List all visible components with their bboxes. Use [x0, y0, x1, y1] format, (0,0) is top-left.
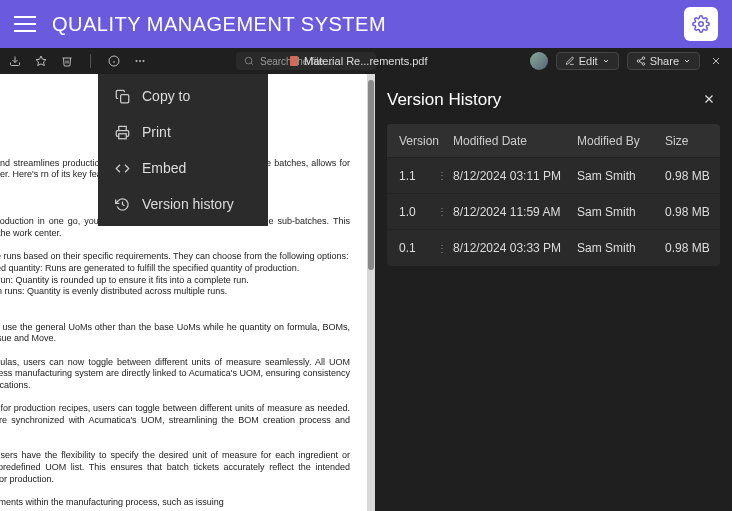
settings-button[interactable]: [684, 7, 718, 41]
menu-version-history[interactable]: Version history: [98, 186, 268, 222]
doc-text: When recording material movements within…: [0, 497, 350, 509]
cell-version: 0.1: [387, 241, 435, 255]
svg-point-9: [245, 57, 252, 64]
doc-text: nula:: [0, 345, 350, 357]
cell-by: Sam Smith: [577, 241, 665, 255]
share-label: Share: [650, 55, 679, 67]
version-history-panel: Version History Version Modified Date Mo…: [375, 74, 732, 511]
doc-text: Create runs to fullfill the required qua…: [0, 263, 350, 275]
version-table: Version Modified Date Modified By Size 1…: [387, 124, 720, 266]
chevron-down-icon: [602, 57, 610, 65]
menu-label: Print: [142, 124, 171, 140]
cell-size: 0.98 MB: [665, 241, 720, 255]
trash-icon[interactable]: [60, 54, 74, 68]
pdf-icon: [290, 56, 298, 66]
cell-size: 0.98 MB: [665, 169, 720, 183]
close-button[interactable]: [708, 53, 724, 69]
col-version: Version: [387, 134, 435, 148]
doc-text: When creating or editing formulas, users…: [0, 357, 350, 392]
row-menu-icon[interactable]: ⋮: [435, 206, 449, 217]
close-icon: [710, 55, 722, 67]
cell-version: 1.1: [387, 169, 435, 183]
star-icon[interactable]: [34, 54, 48, 68]
download-icon[interactable]: [8, 54, 22, 68]
doc-text: of Materials (BOM):: [0, 392, 350, 404]
edit-button[interactable]: Edit: [556, 52, 619, 70]
table-row[interactable]: 0.1 ⋮ 8/12/2024 03:33 PM Sam Smith 0.98 …: [387, 230, 720, 266]
svg-rect-19: [118, 133, 126, 138]
svg-point-7: [139, 60, 141, 62]
info-icon[interactable]: [107, 54, 121, 68]
col-modified-by: Modified By: [577, 134, 665, 148]
menu-label: Embed: [142, 160, 186, 176]
cell-by: Sam Smith: [577, 169, 665, 183]
svg-point-11: [642, 57, 645, 60]
copy-icon: [114, 89, 130, 104]
history-icon: [114, 197, 130, 212]
pencil-icon: [565, 56, 575, 66]
scrollbar-thumb[interactable]: [368, 80, 374, 270]
doc-text: ulation of Runs:: [0, 240, 350, 252]
col-modified-date: Modified Date: [449, 134, 577, 148]
more-icon[interactable]: [133, 54, 147, 68]
cell-date: 8/12/2024 03:11 PM: [449, 169, 577, 183]
svg-rect-18: [120, 94, 128, 102]
hamburger-menu-icon[interactable]: [14, 16, 36, 32]
row-menu-icon[interactable]: ⋮: [435, 170, 449, 181]
table-row[interactable]: 1.1 ⋮ 8/12/2024 03:11 PM Sam Smith 0.98 …: [387, 158, 720, 194]
menu-print[interactable]: Print: [98, 114, 268, 150]
share-icon: [636, 56, 646, 66]
svg-point-6: [136, 60, 138, 62]
table-row[interactable]: 1.0 ⋮ 8/12/2024 11:59 AM Sam Smith 0.98 …: [387, 194, 720, 230]
print-icon: [114, 125, 130, 140]
menu-embed[interactable]: Embed: [98, 150, 268, 186]
document-toolbar: Search the file... Material Re...rements…: [0, 48, 732, 74]
app-header: QUALITY MANAGEMENT SYSTEM: [0, 0, 732, 48]
doc-text: h Ticket:: [0, 439, 350, 451]
svg-line-14: [639, 62, 642, 64]
svg-marker-2: [36, 56, 46, 66]
doc-text: Equally divide quantity between runs: Qu…: [0, 286, 350, 298]
doc-text: erial Movement:: [0, 485, 350, 497]
cell-date: 8/12/2024 11:59 AM: [449, 205, 577, 219]
col-size: Size: [665, 134, 720, 148]
doc-text: Similarly, while defining BOMs for produ…: [0, 403, 350, 438]
search-icon: [244, 56, 254, 66]
app-title: QUALITY MANAGEMENT SYSTEM: [52, 13, 684, 36]
svg-point-8: [143, 60, 145, 62]
cell-by: Sam Smith: [577, 205, 665, 219]
panel-title: Version History: [387, 90, 720, 110]
svg-line-15: [639, 59, 642, 61]
doc-text: During batch ticket creation, users have…: [0, 450, 350, 485]
embed-icon: [114, 161, 130, 176]
doc-heading: M:: [0, 306, 350, 318]
menu-copy-to[interactable]: Copy to: [98, 78, 268, 114]
edit-label: Edit: [579, 55, 598, 67]
menu-label: Copy to: [142, 88, 190, 104]
file-tab[interactable]: Material Re...rements.pdf: [290, 55, 428, 67]
separator: [90, 54, 91, 68]
panel-close-button[interactable]: [702, 92, 716, 106]
cell-size: 0.98 MB: [665, 205, 720, 219]
menu-label: Version history: [142, 196, 234, 212]
svg-point-13: [642, 63, 645, 65]
file-tab-label: Material Re...rements.pdf: [304, 55, 428, 67]
table-header: Version Modified Date Modified By Size: [387, 124, 720, 158]
row-menu-icon[interactable]: ⋮: [435, 243, 449, 254]
svg-line-10: [251, 63, 253, 65]
svg-point-12: [637, 60, 640, 63]
cell-version: 1.0: [387, 205, 435, 219]
cell-date: 8/12/2024 03:33 PM: [449, 241, 577, 255]
avatar[interactable]: [530, 52, 548, 70]
svg-point-0: [699, 22, 704, 27]
close-icon: [702, 92, 716, 106]
doc-text: Round quantity to the next full run: Qua…: [0, 275, 350, 287]
share-button[interactable]: Share: [627, 52, 700, 70]
chevron-down-icon: [683, 57, 691, 65]
doc-text: Users have the flexibility to calculate …: [0, 251, 350, 263]
context-menu: Copy to Print Embed Version history: [98, 74, 268, 226]
gear-icon: [692, 15, 710, 33]
